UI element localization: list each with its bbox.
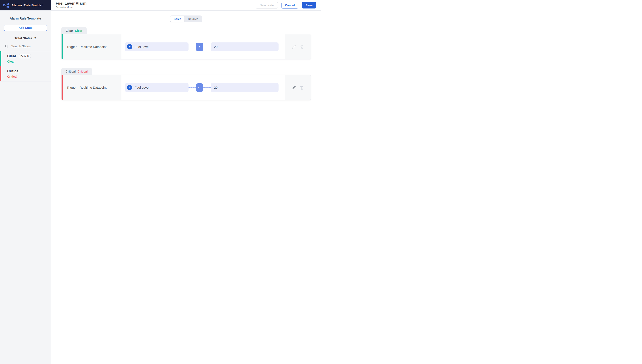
pencil-icon	[292, 45, 296, 49]
trigger-label: Trigger - Realtime Datapoint	[63, 34, 121, 59]
search-states-row	[0, 44, 51, 51]
rule-card-clear: Trigger - Realtime Datapoint # Fuel Leve…	[61, 34, 311, 60]
pencil-icon	[292, 86, 296, 90]
trash-icon	[300, 45, 304, 49]
sidebar-section-title: Alarm Rule Template	[0, 16, 51, 20]
datapoint-label: Fuel Level	[135, 86, 149, 89]
dashed-connector	[189, 88, 196, 88]
sidebar: Alarm Rule Template Add State Total Stat…	[0, 10, 51, 182]
main-content: Basic Detailed Clear Clear Trigger - Rea…	[51, 10, 321, 182]
operator-chip[interactable]: >	[196, 43, 203, 51]
state-name: Critical	[7, 69, 20, 74]
state-status-label: Critical	[7, 75, 48, 78]
rule-tab-name: Critical	[66, 70, 76, 73]
edit-rule-button[interactable]	[292, 86, 296, 90]
rule-group-clear: Clear Clear Trigger - Realtime Datapoint…	[61, 27, 311, 60]
state-head: Critical	[7, 69, 48, 74]
app-logo-block: Alarms Rule Builder	[0, 0, 51, 10]
datapoint-selector[interactable]: # Fuel Level	[125, 83, 189, 92]
state-head: Clear Default	[7, 54, 48, 58]
dashed-connector	[189, 47, 196, 47]
condition-section: # Fuel Level <=	[121, 75, 285, 100]
condition-section: # Fuel Level >	[121, 34, 285, 59]
datapoint-label: Fuel Level	[135, 45, 149, 48]
edit-rule-button[interactable]	[292, 45, 296, 49]
operator-chip[interactable]: <=	[196, 83, 203, 92]
rule-tab-status: Clear	[75, 29, 82, 32]
search-icon	[5, 45, 8, 48]
state-status-label: Clear	[7, 60, 48, 63]
app-title: Alarms Rule Builder	[12, 4, 43, 7]
state-accent-bar	[0, 51, 1, 66]
hash-icon: #	[127, 85, 132, 90]
rule-group-critical: Critical Critical Trigger - Realtime Dat…	[61, 68, 311, 100]
total-states-label: Total States: 2	[0, 36, 51, 40]
toggle-detailed[interactable]: Detailed	[184, 16, 202, 22]
threshold-value-input[interactable]	[211, 83, 278, 92]
dashed-connector	[203, 88, 211, 88]
rule-tab-name: Clear	[66, 29, 73, 32]
deactivate-button[interactable]: Deactivate	[256, 2, 278, 8]
sidebar-item-clear[interactable]: Clear Default Clear	[0, 51, 51, 66]
flowchart-states-icon	[3, 2, 9, 8]
trash-icon	[300, 86, 304, 90]
sidebar-item-critical[interactable]: Critical Critical	[0, 66, 51, 82]
page-title: Fuel Lever Alarm	[56, 1, 86, 6]
header-actions: Deactivate Cancel Save	[256, 0, 321, 10]
threshold-value-input[interactable]	[211, 42, 278, 51]
page-head: Fuel Lever Alarm Generator Model	[51, 0, 86, 10]
page-subtitle: Generator Model	[56, 6, 86, 8]
state-name: Clear	[7, 54, 16, 58]
datapoint-selector[interactable]: # Fuel Level	[125, 42, 189, 51]
search-states-input[interactable]	[11, 44, 47, 48]
rule-tab-critical[interactable]: Critical Critical	[61, 68, 92, 75]
row-actions	[285, 34, 310, 59]
trigger-label: Trigger - Realtime Datapoint	[63, 75, 121, 100]
delete-rule-button[interactable]	[300, 45, 304, 49]
rule-tab-clear[interactable]: Clear Clear	[61, 27, 87, 34]
default-badge: Default	[19, 54, 31, 58]
hash-icon: #	[127, 44, 132, 50]
save-button[interactable]: Save	[302, 2, 316, 8]
rule-tab-status: Critical	[78, 70, 88, 73]
add-state-button[interactable]: Add State	[4, 24, 47, 31]
toggle-basic[interactable]: Basic	[170, 16, 184, 22]
rule-card-critical: Trigger - Realtime Datapoint # Fuel Leve…	[61, 75, 311, 100]
cancel-button[interactable]: Cancel	[281, 2, 298, 8]
view-toggle-wrap: Basic Detailed	[51, 10, 321, 22]
delete-rule-button[interactable]	[300, 86, 304, 90]
top-bar: Alarms Rule Builder Fuel Lever Alarm Gen…	[0, 0, 321, 10]
dashed-connector	[203, 47, 211, 47]
state-accent-bar	[0, 66, 1, 81]
row-actions	[285, 75, 310, 100]
view-toggle: Basic Detailed	[170, 16, 202, 22]
